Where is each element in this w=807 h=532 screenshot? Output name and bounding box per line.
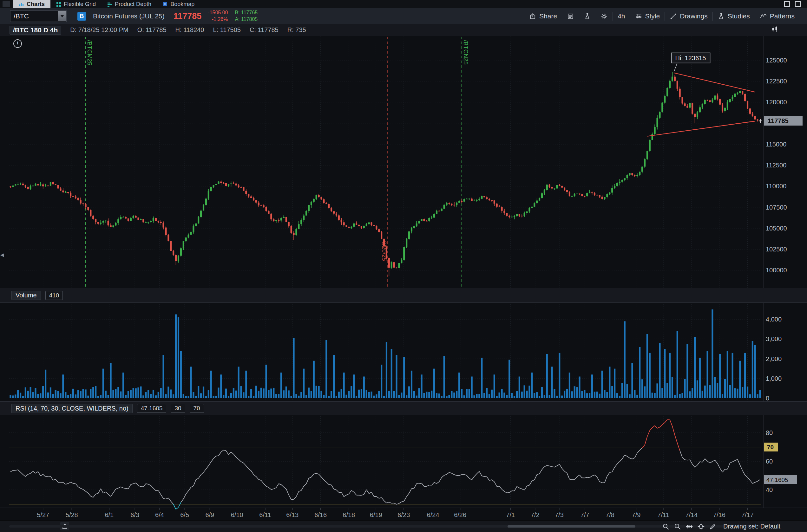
- collapse-panel-arrow[interactable]: ◀: [0, 252, 4, 258]
- style-label: Style: [645, 12, 660, 20]
- svg-text:7/17: 7/17: [741, 511, 754, 518]
- svg-text:110000: 110000: [766, 183, 786, 190]
- svg-text:6/4: 6/4: [155, 511, 164, 518]
- field-high: H: 118240: [176, 26, 204, 34]
- svg-text:7/1: 7/1: [506, 511, 515, 518]
- tab-bookmap[interactable]: Bookmap: [157, 0, 200, 8]
- rsi-line: [11, 420, 760, 509]
- quick-chart-button[interactable]: [771, 25, 778, 35]
- svg-text:3,000: 3,000: [766, 336, 782, 342]
- patterns-button[interactable]: Patterns: [755, 8, 800, 24]
- news-icon: [567, 13, 574, 20]
- svg-text:6/13: 6/13: [286, 511, 298, 518]
- flask-icon: [584, 13, 591, 20]
- axes: 5/275/286/16/36/46/56/96/106/116/136/166…: [0, 36, 807, 518]
- horizontal-scrollbar[interactable]: [9, 525, 761, 528]
- rsi-label[interactable]: RSI (14, 70, 30, CLOSE, WILDERS, no): [12, 404, 133, 413]
- svg-text:7/14: 7/14: [685, 511, 698, 518]
- svg-text:/BTCM25: /BTCM25: [86, 40, 93, 65]
- chart-canvas[interactable]: /BTCM256/20/25/BTCN25Hi: 1236155/275/286…: [0, 0, 807, 532]
- studies-button[interactable]: Studies: [713, 8, 755, 24]
- trendline-icon: [670, 13, 677, 20]
- svg-text:6/3: 6/3: [130, 511, 139, 518]
- grid-icon: [56, 2, 61, 7]
- rsi-panel-header: RSI (14, 70, 30, CLOSE, WILDERS, no) 47.…: [0, 401, 807, 415]
- drawings-label: Drawings: [680, 12, 708, 20]
- chart-toolbar: /BTC B Bitcoin Futures (JUL 25) 117785 -…: [0, 8, 807, 24]
- rsi-overbought-chip[interactable]: 70: [190, 404, 204, 413]
- svg-text:7/2: 7/2: [531, 511, 539, 518]
- field-range: R: 735: [288, 26, 306, 34]
- volume-panel-header: Volume 410: [0, 288, 807, 303]
- chart-settings-button[interactable]: [596, 8, 612, 24]
- svg-text:112500: 112500: [766, 162, 786, 169]
- symbol-description: Bitcoin Futures (JUL 25): [93, 12, 165, 20]
- window-maximize-icon[interactable]: [795, 1, 801, 7]
- symbol-dropdown-button[interactable]: [58, 11, 66, 21]
- quick-study-button[interactable]: [579, 8, 596, 24]
- svg-text:6/23: 6/23: [398, 511, 410, 518]
- svg-text:120000: 120000: [766, 99, 787, 106]
- depth-icon: [107, 2, 112, 7]
- timeframe-button[interactable]: 4h: [613, 8, 630, 24]
- symbol-summary[interactable]: /BTC 180 D 4h: [10, 26, 61, 35]
- menu-button[interactable]: [2, 1, 10, 7]
- svg-text:122500: 122500: [766, 78, 787, 84]
- exchange-badge: B: [77, 12, 86, 21]
- alert-icon[interactable]: !: [13, 39, 22, 48]
- pencil-icon[interactable]: [709, 523, 717, 530]
- crosshair-target-icon[interactable]: [697, 523, 705, 530]
- drawing-set-label[interactable]: Drawing set: Default: [723, 523, 781, 530]
- zoom-in-icon[interactable]: [674, 523, 681, 530]
- svg-text:6/16: 6/16: [314, 511, 327, 518]
- rsi-value-chip[interactable]: 47.1605: [137, 404, 167, 413]
- svg-text:70: 70: [767, 444, 774, 451]
- bid-ask: B: 117765 A: 117805: [235, 10, 258, 23]
- volume-value-chip[interactable]: 410: [45, 291, 63, 300]
- svg-text:7/9: 7/9: [632, 511, 641, 518]
- volume-bars: [10, 309, 761, 398]
- rsi-oversold-chip[interactable]: 30: [171, 404, 185, 413]
- zoom-out-icon[interactable]: [662, 523, 670, 530]
- svg-text:4,000: 4,000: [766, 316, 782, 323]
- style-button[interactable]: Style: [630, 8, 665, 24]
- tab-flexible-grid[interactable]: Flexible Grid: [51, 0, 102, 8]
- svg-text:5/28: 5/28: [66, 511, 78, 518]
- volume-label[interactable]: Volume: [12, 291, 41, 300]
- scrollbar-thumb[interactable]: [508, 525, 636, 528]
- tab-label: Flexible Grid: [64, 1, 96, 7]
- ohlc-info-bar: /BTC 180 D 4h D: 7/18/25 12:00 PM O: 117…: [0, 24, 807, 36]
- tab-product-depth[interactable]: Product Depth: [102, 0, 157, 8]
- bid-value: B: 117765: [235, 10, 258, 16]
- svg-text:115000: 115000: [766, 141, 786, 148]
- svg-text:7/7: 7/7: [581, 511, 589, 518]
- share-button[interactable]: Share: [524, 8, 562, 24]
- svg-text:7/3: 7/3: [555, 511, 564, 518]
- news-button[interactable]: [562, 8, 579, 24]
- price-change: -1505.00 -1.26%: [208, 10, 228, 23]
- studies-label: Studies: [728, 12, 750, 20]
- share-label: Share: [539, 12, 557, 20]
- change-value: -1505.00: [208, 10, 228, 16]
- svg-text:/BTCN25: /BTCN25: [462, 40, 469, 65]
- svg-text:6/24: 6/24: [427, 511, 439, 518]
- svg-text:7/8: 7/8: [606, 511, 615, 518]
- timeframe-label: 4h: [618, 12, 625, 20]
- svg-text:6/1: 6/1: [105, 511, 113, 518]
- drawings[interactable]: Hi: 123615: [647, 53, 755, 136]
- svg-text:107500: 107500: [766, 204, 787, 211]
- pan-arrows-icon[interactable]: [685, 523, 693, 530]
- svg-text:100000: 100000: [766, 267, 787, 273]
- svg-text:6/9: 6/9: [205, 511, 214, 518]
- patterns-label: Patterns: [770, 12, 795, 20]
- field-low: L: 117505: [213, 26, 241, 34]
- tab-label: Product Depth: [115, 1, 151, 7]
- window-restore-icon[interactable]: [784, 1, 790, 7]
- drawings-button[interactable]: Drawings: [665, 8, 713, 24]
- symbol-input[interactable]: /BTC: [10, 11, 67, 22]
- change-percent: -1.26%: [208, 16, 228, 23]
- symbol-text: /BTC: [11, 12, 58, 20]
- tab-label: Charts: [26, 1, 45, 7]
- tab-charts[interactable]: Charts: [13, 0, 51, 8]
- svg-text:5/27: 5/27: [37, 511, 49, 518]
